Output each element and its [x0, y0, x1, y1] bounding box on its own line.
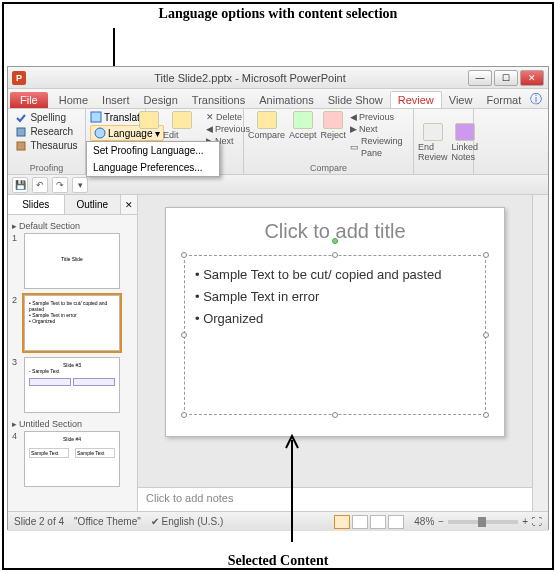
- thumbnail-4[interactable]: Slide #4 Sample Text Sample Text: [24, 431, 120, 487]
- view-buttons: [334, 515, 404, 529]
- minimize-button[interactable]: —: [468, 70, 492, 86]
- group-compare: Compare Accept Reject ◀ Previous ▶ Next …: [244, 109, 414, 174]
- edit-icon: [172, 111, 192, 129]
- resize-handle[interactable]: [181, 332, 187, 338]
- thumbnails-list[interactable]: ▸ Default Section 1Title Slide 2 • Sampl…: [8, 215, 137, 511]
- tab-home[interactable]: Home: [52, 92, 95, 108]
- bullet-item: Sample Text in error: [195, 286, 475, 308]
- quick-access-toolbar: 💾 ↶ ↷ ▾: [8, 175, 548, 195]
- zoom-value[interactable]: 48%: [414, 516, 434, 527]
- research-button[interactable]: Research: [15, 125, 77, 139]
- reviewing-pane-button[interactable]: ▭ Reviewing Pane: [350, 135, 409, 159]
- svg-rect-1: [17, 128, 25, 136]
- fit-to-window-button[interactable]: ⛶: [532, 516, 542, 527]
- zoom-out-button[interactable]: −: [438, 516, 444, 527]
- ribbon-tabs: File Home Insert Design Transitions Anim…: [8, 89, 548, 109]
- translate-icon: [90, 111, 102, 123]
- workspace: Slides Outline ✕ ▸ Default Section 1Titl…: [8, 195, 548, 511]
- ribbon: Spelling Research Thesaurus Proofing Tra…: [8, 109, 548, 175]
- group-proofing: Spelling Research Thesaurus Proofing: [8, 109, 86, 174]
- spelling-button[interactable]: Spelling: [15, 111, 77, 125]
- status-theme: "Office Theme": [74, 516, 141, 527]
- resize-handle[interactable]: [483, 332, 489, 338]
- resize-handle[interactable]: [181, 412, 187, 418]
- undo-button[interactable]: ↶: [32, 177, 48, 193]
- outline-tab[interactable]: Outline: [65, 195, 122, 214]
- svg-rect-3: [91, 112, 101, 122]
- compare-button[interactable]: Compare: [248, 111, 285, 140]
- book-icon: [15, 126, 27, 138]
- tab-insert[interactable]: Insert: [95, 92, 137, 108]
- check-icon: [15, 112, 27, 124]
- resize-handle[interactable]: [332, 412, 338, 418]
- tab-review[interactable]: Review: [390, 91, 442, 108]
- statusbar: Slide 2 of 4 "Office Theme" ✔ English (U…: [8, 511, 548, 531]
- accept-button[interactable]: Accept: [289, 111, 317, 140]
- svg-rect-2: [17, 142, 25, 150]
- help-icon[interactable]: ⓘ: [530, 91, 542, 108]
- accept-icon: [293, 111, 313, 129]
- slide-canvas[interactable]: Click to add title Sample Text to be cut…: [138, 195, 532, 487]
- compare-next-button[interactable]: ▶ Next: [350, 123, 409, 135]
- thumbnail-2[interactable]: • Sample Text to be cut/ copied and past…: [24, 295, 120, 351]
- status-slide-info: Slide 2 of 4: [14, 516, 64, 527]
- resize-handle[interactable]: [483, 252, 489, 258]
- globe-icon: [94, 127, 106, 139]
- compare-previous-button[interactable]: ◀ Previous: [350, 111, 409, 123]
- annotation-top-label: Language options with content selection: [0, 6, 556, 22]
- bullet-item: Sample Text to be cut/ copied and pasted: [195, 264, 475, 286]
- content-placeholder-selected[interactable]: Sample Text to be cut/ copied and pasted…: [184, 255, 486, 415]
- vertical-scrollbar[interactable]: [532, 195, 548, 511]
- close-button[interactable]: ✕: [520, 70, 544, 86]
- menu-language-preferences[interactable]: Language Preferences...: [87, 159, 219, 176]
- compare-icon: [257, 111, 277, 129]
- tab-design[interactable]: Design: [137, 92, 185, 108]
- panel-close-button[interactable]: ✕: [121, 195, 137, 214]
- slideshow-view-button[interactable]: [388, 515, 404, 529]
- thumbnail-3[interactable]: Slide #3 - Sample Text: [24, 357, 120, 413]
- section-default[interactable]: ▸ Default Section: [12, 221, 133, 231]
- qat-customize-button[interactable]: ▾: [72, 177, 88, 193]
- bullet-item: Organized: [195, 308, 475, 330]
- annotation-arrow-up: [282, 432, 302, 542]
- notes-input[interactable]: Click to add notes: [138, 487, 532, 511]
- app-logo: P: [12, 71, 26, 85]
- tab-view[interactable]: View: [442, 92, 480, 108]
- resize-handle[interactable]: [181, 252, 187, 258]
- group-label-proofing: Proofing: [8, 163, 85, 173]
- zoom-slider[interactable]: [448, 520, 518, 524]
- tab-animations[interactable]: Animations: [252, 92, 320, 108]
- annotation-bottom-label: Selected Content: [0, 553, 556, 569]
- normal-view-button[interactable]: [334, 515, 350, 529]
- tab-slideshow[interactable]: Slide Show: [321, 92, 390, 108]
- svg-point-4: [95, 128, 105, 138]
- resize-handle[interactable]: [483, 412, 489, 418]
- onenote-icon: [455, 123, 475, 141]
- tab-format[interactable]: Format: [479, 92, 528, 108]
- menu-set-proofing-language[interactable]: Set Proofing Language...: [87, 142, 219, 159]
- editor-area: Click to add title Sample Text to be cut…: [138, 195, 532, 511]
- comment-icon: [139, 111, 159, 129]
- redo-button[interactable]: ↷: [52, 177, 68, 193]
- save-button[interactable]: 💾: [12, 177, 28, 193]
- rotate-handle[interactable]: [332, 238, 338, 244]
- thumbnail-1[interactable]: Title Slide: [24, 233, 120, 289]
- file-tab[interactable]: File: [10, 92, 48, 108]
- resize-handle[interactable]: [332, 252, 338, 258]
- sorter-view-button[interactable]: [352, 515, 368, 529]
- thesaurus-button[interactable]: Thesaurus: [15, 139, 77, 153]
- zoom-control: 48% − + ⛶: [414, 516, 542, 527]
- tab-transitions[interactable]: Transitions: [185, 92, 252, 108]
- slides-tab[interactable]: Slides: [8, 195, 65, 214]
- slide: Click to add title Sample Text to be cut…: [165, 207, 505, 437]
- zoom-in-button[interactable]: +: [522, 516, 528, 527]
- reading-view-button[interactable]: [370, 515, 386, 529]
- zoom-thumb[interactable]: [478, 517, 486, 527]
- reject-button[interactable]: Reject: [321, 111, 347, 140]
- linked-notes-button[interactable]: Linked Notes: [452, 123, 479, 162]
- end-review-button[interactable]: End Review: [418, 123, 448, 162]
- section-untitled[interactable]: ▸ Untitled Section: [12, 419, 133, 429]
- status-language[interactable]: ✔ English (U.S.): [151, 516, 223, 527]
- group-label-compare: Compare: [244, 163, 413, 173]
- maximize-button[interactable]: ☐: [494, 70, 518, 86]
